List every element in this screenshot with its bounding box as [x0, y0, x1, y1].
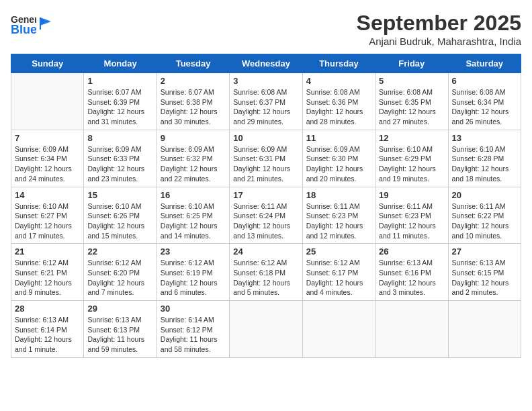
- day-info: Sunrise: 6:07 AM Sunset: 6:38 PM Dayligh…: [161, 87, 226, 127]
- day-info: Sunrise: 6:09 AM Sunset: 6:31 PM Dayligh…: [233, 144, 298, 184]
- day-info: Sunrise: 6:13 AM Sunset: 6:14 PM Dayligh…: [15, 315, 80, 355]
- calendar-cell: 19Sunrise: 6:11 AM Sunset: 6:23 PM Dayli…: [375, 187, 448, 244]
- day-info: Sunrise: 6:11 AM Sunset: 6:23 PM Dayligh…: [306, 201, 371, 241]
- day-info: Sunrise: 6:14 AM Sunset: 6:12 PM Dayligh…: [161, 315, 226, 355]
- calendar-cell: 27Sunrise: 6:13 AM Sunset: 6:15 PM Dayli…: [448, 244, 521, 301]
- day-number: 13: [452, 133, 517, 143]
- calendar-table: SundayMondayTuesdayWednesdayThursdayFrid…: [11, 54, 521, 358]
- day-info: Sunrise: 6:12 AM Sunset: 6:21 PM Dayligh…: [15, 258, 80, 298]
- calendar-cell: [11, 73, 84, 130]
- day-info: Sunrise: 6:13 AM Sunset: 6:16 PM Dayligh…: [379, 258, 444, 298]
- day-info: Sunrise: 6:12 AM Sunset: 6:17 PM Dayligh…: [306, 258, 371, 298]
- day-number: 3: [233, 76, 298, 86]
- calendar-cell: 30Sunrise: 6:14 AM Sunset: 6:12 PM Dayli…: [157, 301, 229, 358]
- day-number: 30: [161, 304, 226, 314]
- day-number: 17: [233, 190, 298, 200]
- day-info: Sunrise: 6:10 AM Sunset: 6:26 PM Dayligh…: [87, 201, 152, 241]
- calendar-cell: 26Sunrise: 6:13 AM Sunset: 6:16 PM Dayli…: [375, 244, 448, 301]
- title-block: September 2025 Anjani Budruk, Maharashtr…: [357, 11, 521, 47]
- day-info: Sunrise: 6:07 AM Sunset: 6:39 PM Dayligh…: [87, 87, 152, 127]
- calendar-cell: 2Sunrise: 6:07 AM Sunset: 6:38 PM Daylig…: [157, 73, 229, 130]
- calendar-cell: 7Sunrise: 6:09 AM Sunset: 6:34 PM Daylig…: [11, 130, 84, 187]
- calendar-cell: 15Sunrise: 6:10 AM Sunset: 6:26 PM Dayli…: [84, 187, 157, 244]
- day-number: 27: [452, 246, 517, 257]
- page-header: General Blue September 2025 Anjani Budru…: [11, 11, 521, 47]
- calendar-cell: 16Sunrise: 6:10 AM Sunset: 6:25 PM Dayli…: [157, 187, 229, 244]
- location-subtitle: Anjani Budruk, Maharashtra, India: [357, 36, 521, 47]
- calendar-cell: 25Sunrise: 6:12 AM Sunset: 6:17 PM Dayli…: [302, 244, 375, 301]
- day-number: 21: [15, 246, 80, 257]
- logo-icon: General Blue: [11, 11, 36, 36]
- calendar-cell: 28Sunrise: 6:13 AM Sunset: 6:14 PM Dayli…: [11, 301, 84, 358]
- calendar-cell: 13Sunrise: 6:10 AM Sunset: 6:28 PM Dayli…: [448, 130, 521, 187]
- day-number: 2: [161, 76, 226, 86]
- day-info: Sunrise: 6:08 AM Sunset: 6:37 PM Dayligh…: [233, 87, 298, 127]
- calendar-cell: 9Sunrise: 6:09 AM Sunset: 6:32 PM Daylig…: [157, 130, 229, 187]
- logo-flag-icon: [38, 16, 52, 31]
- day-number: 26: [379, 246, 444, 257]
- day-number: 14: [15, 190, 80, 200]
- logo: General Blue: [11, 11, 52, 36]
- day-number: 4: [306, 76, 371, 86]
- calendar-day-header: Thursday: [302, 54, 375, 73]
- day-info: Sunrise: 6:10 AM Sunset: 6:27 PM Dayligh…: [15, 201, 80, 241]
- calendar-cell: 6Sunrise: 6:08 AM Sunset: 6:34 PM Daylig…: [448, 73, 521, 130]
- calendar-week-row: 21Sunrise: 6:12 AM Sunset: 6:21 PM Dayli…: [11, 244, 521, 301]
- calendar-week-row: 28Sunrise: 6:13 AM Sunset: 6:14 PM Dayli…: [11, 301, 521, 358]
- day-info: Sunrise: 6:08 AM Sunset: 6:34 PM Dayligh…: [452, 87, 517, 127]
- day-number: 6: [452, 76, 517, 86]
- calendar-cell: 1Sunrise: 6:07 AM Sunset: 6:39 PM Daylig…: [84, 73, 157, 130]
- calendar-cell: 5Sunrise: 6:08 AM Sunset: 6:35 PM Daylig…: [375, 73, 448, 130]
- day-info: Sunrise: 6:10 AM Sunset: 6:28 PM Dayligh…: [452, 144, 517, 184]
- day-number: 12: [379, 133, 444, 143]
- calendar-day-header: Wednesday: [230, 54, 302, 73]
- calendar-cell: 4Sunrise: 6:08 AM Sunset: 6:36 PM Daylig…: [302, 73, 375, 130]
- day-number: 16: [161, 190, 226, 200]
- calendar-header-row: SundayMondayTuesdayWednesdayThursdayFrid…: [11, 54, 521, 73]
- calendar-cell: 18Sunrise: 6:11 AM Sunset: 6:23 PM Dayli…: [302, 187, 375, 244]
- calendar-day-header: Sunday: [11, 54, 84, 73]
- calendar-cell: 12Sunrise: 6:10 AM Sunset: 6:29 PM Dayli…: [375, 130, 448, 187]
- calendar-day-header: Saturday: [448, 54, 521, 73]
- day-info: Sunrise: 6:10 AM Sunset: 6:29 PM Dayligh…: [379, 144, 444, 184]
- day-number: 19: [379, 190, 444, 200]
- calendar-cell: 3Sunrise: 6:08 AM Sunset: 6:37 PM Daylig…: [230, 73, 302, 130]
- day-number: 11: [306, 133, 371, 143]
- day-info: Sunrise: 6:09 AM Sunset: 6:30 PM Dayligh…: [306, 144, 371, 184]
- calendar-cell: [302, 301, 375, 358]
- calendar-cell: [448, 301, 521, 358]
- calendar-week-row: 14Sunrise: 6:10 AM Sunset: 6:27 PM Dayli…: [11, 187, 521, 244]
- day-info: Sunrise: 6:11 AM Sunset: 6:23 PM Dayligh…: [379, 201, 444, 241]
- day-number: 18: [306, 190, 371, 200]
- calendar-day-header: Monday: [84, 54, 157, 73]
- day-number: 24: [233, 246, 298, 257]
- day-number: 1: [87, 76, 152, 86]
- calendar-cell: 20Sunrise: 6:11 AM Sunset: 6:22 PM Dayli…: [448, 187, 521, 244]
- calendar-day-header: Tuesday: [157, 54, 229, 73]
- calendar-week-row: 1Sunrise: 6:07 AM Sunset: 6:39 PM Daylig…: [11, 73, 521, 130]
- day-info: Sunrise: 6:09 AM Sunset: 6:33 PM Dayligh…: [87, 144, 152, 184]
- day-number: 8: [87, 133, 152, 143]
- day-number: 7: [15, 133, 80, 143]
- month-year-title: September 2025: [357, 11, 521, 36]
- calendar-cell: 22Sunrise: 6:12 AM Sunset: 6:20 PM Dayli…: [84, 244, 157, 301]
- day-info: Sunrise: 6:09 AM Sunset: 6:34 PM Dayligh…: [15, 144, 80, 184]
- svg-text:Blue: Blue: [11, 23, 36, 36]
- day-info: Sunrise: 6:12 AM Sunset: 6:18 PM Dayligh…: [233, 258, 298, 298]
- day-info: Sunrise: 6:13 AM Sunset: 6:15 PM Dayligh…: [452, 258, 517, 298]
- svg-marker-2: [40, 17, 51, 26]
- calendar-cell: 24Sunrise: 6:12 AM Sunset: 6:18 PM Dayli…: [230, 244, 302, 301]
- day-number: 28: [15, 304, 80, 314]
- day-number: 22: [87, 246, 152, 257]
- calendar-cell: 29Sunrise: 6:13 AM Sunset: 6:13 PM Dayli…: [84, 301, 157, 358]
- day-info: Sunrise: 6:10 AM Sunset: 6:25 PM Dayligh…: [161, 201, 226, 241]
- day-info: Sunrise: 6:09 AM Sunset: 6:32 PM Dayligh…: [161, 144, 226, 184]
- day-number: 20: [452, 190, 517, 200]
- calendar-cell: 17Sunrise: 6:11 AM Sunset: 6:24 PM Dayli…: [230, 187, 302, 244]
- calendar-day-header: Friday: [375, 54, 448, 73]
- calendar-week-row: 7Sunrise: 6:09 AM Sunset: 6:34 PM Daylig…: [11, 130, 521, 187]
- day-number: 9: [161, 133, 226, 143]
- day-info: Sunrise: 6:12 AM Sunset: 6:19 PM Dayligh…: [161, 258, 226, 298]
- day-info: Sunrise: 6:08 AM Sunset: 6:36 PM Dayligh…: [306, 87, 371, 127]
- day-info: Sunrise: 6:12 AM Sunset: 6:20 PM Dayligh…: [87, 258, 152, 298]
